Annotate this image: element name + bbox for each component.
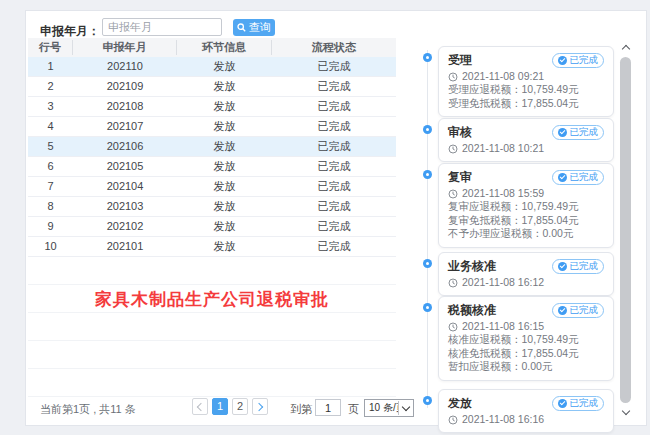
goto-page-suffix-label: 页 [348,402,359,417]
status-badge-label: 已完成 [570,304,599,317]
prev-page-button[interactable] [192,398,208,415]
timeline-item: 受理 已完成 2021-11-08 09:21 受理应退税额：10,759.49… [412,46,648,117]
timeline-step-title: 受理 [448,52,472,69]
scroll-up-icon[interactable] [619,41,633,55]
empty-table-row [28,341,396,369]
cell-step-info: 发放 [177,77,272,96]
table-row[interactable]: 5 202106 发放 已完成 [28,137,396,157]
cell-process-status: 已完成 [272,137,396,156]
main-panel: 申报年月： 查询 行号 申报年月 环节信息 流程状态 1 202110 发放 已… [25,10,647,426]
page-number-button[interactable]: 2 [232,398,248,415]
timeline-scrollbar[interactable] [619,41,633,419]
table-row[interactable]: 1 202110 发放 已完成 [28,57,396,77]
clock-icon [448,415,458,425]
timeline-item: 审核 已完成 2021-11-08 10:21 [412,118,648,162]
timeline-details: 核准应退税额：10,759.49元核准免抵税额：17,855.04元暂扣应退税额… [448,333,604,374]
query-button[interactable]: 查询 [233,19,275,36]
table-row[interactable]: 8 202103 发放 已完成 [28,197,396,217]
empty-table-row [28,313,396,341]
timeline-item: 税额核准 已完成 2021-11-08 16:15 核准应退税额：10,759.… [412,296,648,381]
cell-row-no: 1 [28,57,73,76]
query-button-label: 查询 [249,20,271,35]
timeline-dot-icon [423,259,432,268]
page-number-button[interactable]: 1 [212,398,228,415]
chevron-right-icon [255,402,263,410]
cell-step-info: 发放 [177,217,272,236]
cell-row-no: 4 [28,117,73,136]
timeline-timestamp: 2021-11-08 16:16 [462,413,544,426]
scrollbar-thumb[interactable] [620,57,631,403]
status-badge: 已完成 [552,53,605,68]
chevron-down-icon [398,401,412,415]
cell-process-status: 已完成 [272,237,396,256]
table-row[interactable]: 10 202101 发放 已完成 [28,237,396,257]
status-badge-label: 已完成 [570,171,599,184]
goto-page-input[interactable] [315,399,341,416]
clock-icon [448,72,458,82]
header-row-no: 行号 [28,40,73,55]
timeline-step-title: 业务核准 [448,258,496,275]
check-circle-icon [558,399,567,408]
clock-icon [448,144,458,154]
search-icon [237,23,246,32]
timeline-timestamp: 2021-11-08 16:15 [462,320,544,333]
timeline-step-title: 税额核准 [448,302,496,319]
timeline-dot-icon [423,170,432,179]
cell-declare-month: 202101 [73,237,177,256]
cell-step-info: 发放 [177,137,272,156]
timeline-item: 业务核准 已完成 2021-11-08 16:12 [412,252,648,296]
timeline-detail-line: 核准应退税额：10,759.49元 [448,333,604,347]
header-step-info: 环节信息 [177,40,272,55]
table-row[interactable]: 2 202109 发放 已完成 [28,77,396,97]
timeline-dot-icon [423,125,432,134]
cell-step-info: 发放 [177,177,272,196]
timeline-timestamp: 2021-11-08 15:59 [462,187,544,200]
cell-process-status: 已完成 [272,57,396,76]
table-row[interactable]: 7 202104 发放 已完成 [28,177,396,197]
scroll-down-icon[interactable] [619,405,633,419]
cell-step-info: 发放 [177,237,272,256]
cell-step-info: 发放 [177,117,272,136]
page-size-select[interactable]: 10 条/页 [364,399,414,417]
status-badge-label: 已完成 [570,397,599,410]
timeline-card: 审核 已完成 2021-11-08 10:21 [438,118,614,162]
cell-declare-month: 202108 [73,97,177,116]
timeline-timestamp: 2021-11-08 09:21 [462,70,544,83]
table-row[interactable]: 6 202105 发放 已完成 [28,157,396,177]
timeline-details: 受理应退税额：10,759.49元受理免抵税额：17,855.04元 [448,83,604,110]
timeline-card: 复审 已完成 2021-11-08 15:59 复审应退税额：10,759.49… [438,163,614,248]
watermark-text: 家具木制品生产公司退税审批 [28,288,396,311]
cell-declare-month: 202103 [73,197,177,216]
timeline-detail-line: 受理免抵税额：17,855.04元 [448,97,604,111]
cell-row-no: 8 [28,197,73,216]
timeline-card: 发放 已完成 2021-11-08 16:16 [438,389,614,433]
goto-page-prefix-label: 到第 [290,402,312,417]
timeline-details: 复审应退税额：10,759.49元复审免抵税额：17,855.04元不予办理应退… [448,200,604,241]
declare-month-input[interactable] [102,18,222,36]
timeline-detail-line: 不予办理应退税额：0.00元 [448,227,604,241]
cell-process-status: 已完成 [272,217,396,236]
cell-process-status: 已完成 [272,177,396,196]
timeline-detail-line: 核准免抵税额：17,855.04元 [448,347,604,361]
cell-declare-month: 202105 [73,157,177,176]
clock-icon [448,278,458,288]
table-row[interactable]: 9 202102 发放 已完成 [28,217,396,237]
cell-declare-month: 202109 [73,77,177,96]
cell-step-info: 发放 [177,157,272,176]
timeline-timestamp: 2021-11-08 10:21 [462,142,544,155]
pager: 12 [192,398,268,415]
cell-step-info: 发放 [177,197,272,216]
clock-icon [448,189,458,199]
timeline-card: 税额核准 已完成 2021-11-08 16:15 核准应退税额：10,759.… [438,296,614,381]
status-badge-label: 已完成 [570,54,599,67]
check-circle-icon [558,306,567,315]
timeline-detail-line: 受理应退税额：10,759.49元 [448,83,604,97]
check-circle-icon [558,56,567,65]
table-row[interactable]: 3 202108 发放 已完成 [28,97,396,117]
cell-row-no: 9 [28,217,73,236]
next-page-button[interactable] [252,398,268,415]
header-process-status: 流程状态 [272,40,396,55]
table-row[interactable]: 4 202107 发放 已完成 [28,117,396,137]
cell-declare-month: 202106 [73,137,177,156]
cell-declare-month: 202110 [73,57,177,76]
